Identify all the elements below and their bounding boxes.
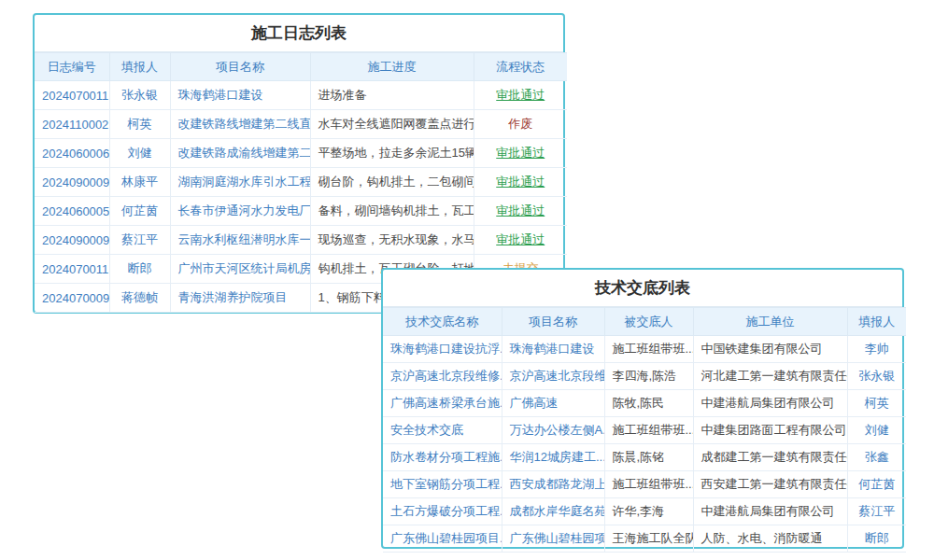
cell-project[interactable]: 青海洪湖养护院项目	[170, 284, 310, 313]
name-link[interactable]: 地下室钢筋分项工程...	[390, 477, 502, 491]
cell-project[interactable]: 广州市天河区统计局机房...	[170, 255, 310, 284]
cell-project[interactable]: 成都水岸华庭名苑...	[502, 498, 604, 525]
status-link[interactable]: 审批通过	[496, 146, 545, 160]
cell-reporter[interactable]: 张永银	[847, 363, 906, 390]
reporter-link[interactable]: 断郎	[865, 531, 889, 545]
cell-reporter[interactable]: 断郎	[847, 525, 906, 553]
project-link[interactable]: 西安成都路龙湖上...	[510, 477, 605, 491]
reporter-link[interactable]: 柯英	[128, 117, 152, 131]
name-link[interactable]: 广佛高速桥梁承台施...	[390, 396, 502, 410]
cell-project[interactable]: 改建铁路线增建第二线直...	[170, 110, 310, 139]
reporter-link[interactable]: 柯英	[865, 396, 889, 410]
project-link[interactable]: 广州市天河区统计局机房...	[178, 261, 311, 275]
project-link[interactable]: 华润12城房建工...	[510, 450, 605, 464]
project-link[interactable]: 湖南洞庭湖水库引水工程...	[178, 175, 311, 189]
cell-reporter[interactable]: 柯英	[109, 110, 170, 139]
name-link[interactable]: 安全技术交底	[390, 423, 463, 437]
cell-reporter[interactable]: 蒋德帧	[109, 284, 170, 313]
project-link[interactable]: 青海洪湖养护院项目	[178, 290, 288, 304]
cell-status[interactable]: 审批通过	[474, 226, 567, 255]
project-link[interactable]: 广佛高速	[510, 396, 559, 410]
reporter-link[interactable]: 蒋德帧	[121, 290, 158, 304]
name-link[interactable]: 土石方爆破分项工程...	[390, 504, 502, 518]
id-link[interactable]: 2024090009	[42, 175, 109, 189]
cell-name[interactable]: 土石方爆破分项工程...	[383, 498, 502, 525]
cell-status[interactable]: 审批通过	[474, 168, 567, 197]
cell-name[interactable]: 珠海鹤港口建设抗浮...	[383, 336, 502, 363]
reporter-link[interactable]: 张永银	[121, 88, 158, 102]
cell-project[interactable]: 湖南洞庭湖水库引水工程...	[170, 168, 310, 197]
cell-name[interactable]: 广佛高速桥梁承台施...	[383, 390, 502, 417]
cell-status[interactable]: 审批通过	[474, 81, 567, 110]
cell-project[interactable]: 广佛高速	[502, 390, 604, 417]
cell-project[interactable]: 京沪高速北京段维修	[502, 363, 604, 390]
cell-reporter[interactable]: 蔡江平	[847, 498, 906, 525]
reporter-link[interactable]: 张鑫	[865, 450, 889, 464]
project-link[interactable]: 云南水利枢纽潜明水库一...	[178, 232, 311, 246]
cell-project[interactable]: 华润12城房建工...	[502, 444, 604, 471]
project-link[interactable]: 成都水岸华庭名苑...	[510, 504, 605, 518]
cell-project[interactable]: 珠海鹤港口建设	[170, 81, 310, 110]
cell-id[interactable]: 2024070011	[35, 81, 109, 110]
reporter-link[interactable]: 断郎	[128, 261, 152, 275]
id-link[interactable]: 2024070011	[42, 89, 108, 103]
id-link[interactable]: 2024110002	[42, 118, 108, 132]
cell-reporter[interactable]: 蔡江平	[109, 226, 170, 255]
cell-id[interactable]: 2024090009	[35, 168, 109, 197]
id-link[interactable]: 2024090009	[42, 233, 109, 247]
cell-id[interactable]: 2024060005	[35, 197, 109, 226]
reporter-link[interactable]: 刘健	[865, 423, 889, 437]
project-link[interactable]: 京沪高速北京段维修	[510, 369, 605, 383]
cell-name[interactable]: 京沪高速北京段维修...	[383, 363, 502, 390]
cell-status[interactable]: 作废	[474, 110, 567, 139]
cell-id[interactable]: 2024070009	[35, 284, 109, 313]
cell-name[interactable]: 地下室钢筋分项工程...	[383, 471, 502, 498]
reporter-link[interactable]: 蔡江平	[858, 504, 895, 518]
cell-reporter[interactable]: 林康平	[109, 168, 170, 197]
cell-project[interactable]: 珠海鹤港口建设	[502, 336, 604, 363]
cell-project[interactable]: 广东佛山碧桂园项目	[502, 525, 604, 553]
reporter-link[interactable]: 李帅	[865, 342, 889, 356]
reporter-link[interactable]: 张永银	[858, 369, 895, 383]
cell-project[interactable]: 改建铁路成渝线增建第二...	[170, 139, 310, 168]
cell-name[interactable]: 广东佛山碧桂园项目...	[383, 525, 502, 553]
id-link[interactable]: 2024070009	[42, 291, 109, 305]
reporter-link[interactable]: 刘健	[128, 146, 152, 160]
id-link[interactable]: 2024060005	[42, 204, 109, 218]
project-link[interactable]: 改建铁路线增建第二线直...	[178, 117, 311, 131]
reporter-link[interactable]: 何芷茵	[121, 203, 158, 217]
status-link[interactable]: 审批通过	[496, 88, 545, 102]
cell-name[interactable]: 防水卷材分项工程施...	[383, 444, 502, 471]
project-link[interactable]: 改建铁路成渝线增建第二...	[178, 146, 311, 160]
project-link[interactable]: 珠海鹤港口建设	[510, 342, 595, 356]
reporter-link[interactable]: 何芷茵	[858, 477, 895, 491]
project-link[interactable]: 珠海鹤港口建设	[178, 88, 263, 102]
reporter-link[interactable]: 林康平	[121, 175, 158, 189]
cell-reporter[interactable]: 何芷茵	[109, 197, 170, 226]
cell-id[interactable]: 2024070011	[35, 255, 109, 284]
cell-status[interactable]: 审批通过	[474, 139, 567, 168]
status-link[interactable]: 作废	[508, 117, 532, 131]
cell-id[interactable]: 2024060006	[35, 139, 109, 168]
cell-reporter[interactable]: 张永银	[109, 81, 170, 110]
cell-project[interactable]: 西安成都路龙湖上...	[502, 471, 604, 498]
project-link[interactable]: 万达办公楼左侧A...	[510, 423, 605, 437]
cell-project[interactable]: 长春市伊通河水力发电厂...	[170, 197, 310, 226]
cell-reporter[interactable]: 李帅	[847, 336, 906, 363]
project-link[interactable]: 长春市伊通河水力发电厂...	[178, 203, 311, 217]
status-link[interactable]: 审批通过	[496, 175, 545, 189]
status-link[interactable]: 审批通过	[496, 232, 545, 246]
cell-reporter[interactable]: 刘健	[109, 139, 170, 168]
cell-status[interactable]: 审批通过	[474, 197, 567, 226]
cell-id[interactable]: 2024090009	[35, 226, 109, 255]
cell-reporter[interactable]: 刘健	[847, 417, 906, 444]
cell-reporter[interactable]: 张鑫	[847, 444, 906, 471]
name-link[interactable]: 珠海鹤港口建设抗浮...	[390, 342, 502, 356]
cell-name[interactable]: 安全技术交底	[383, 417, 502, 444]
name-link[interactable]: 广东佛山碧桂园项目...	[390, 531, 502, 545]
id-link[interactable]: 2024060006	[42, 147, 109, 161]
cell-reporter[interactable]: 断郎	[109, 255, 170, 284]
status-link[interactable]: 审批通过	[496, 203, 545, 217]
cell-id[interactable]: 2024110002	[35, 110, 109, 139]
id-link[interactable]: 2024070011	[42, 262, 108, 276]
